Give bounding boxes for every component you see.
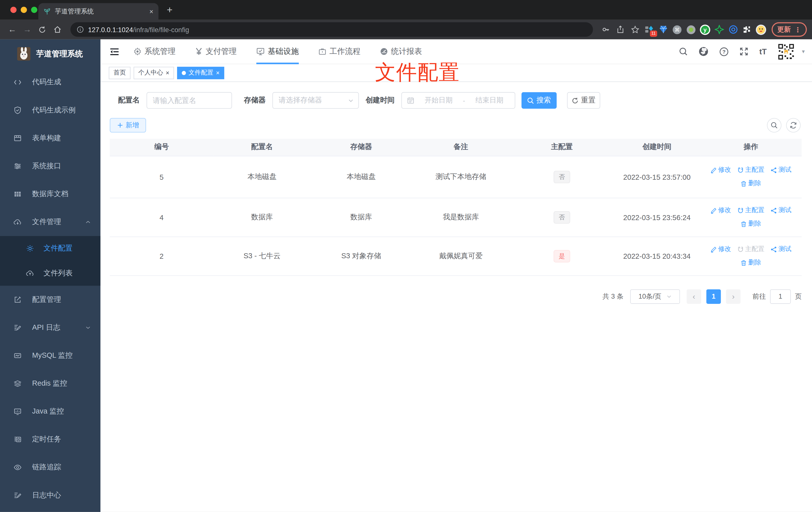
bookmark-star-button[interactable] <box>628 23 642 36</box>
master-action[interactable]: 主配置 <box>737 165 764 174</box>
font-size-glyph: tT <box>759 47 766 56</box>
new-tab-button[interactable]: + <box>167 5 173 14</box>
active-dot-icon <box>182 70 186 75</box>
avatar-dropdown-caret-icon[interactable]: ▾ <box>802 48 805 55</box>
next-page-button[interactable]: › <box>726 289 741 304</box>
sidebar-item-file-config[interactable]: 文件配置 <box>0 236 100 261</box>
profile-emoji-icon[interactable] <box>755 23 767 36</box>
start-date-placeholder: 开始日期 <box>418 96 459 105</box>
sidebar-item-tracing[interactable]: 链路追踪 <box>0 453 100 481</box>
search-button[interactable]: 搜索 <box>521 92 557 109</box>
edit-action[interactable]: 修改 <box>710 165 731 174</box>
topnav-item-system[interactable]: 系统管理 <box>134 39 176 64</box>
sidebar-item-form-builder[interactable]: 表单构建 <box>0 124 100 152</box>
column-header-master: 主配置 <box>510 139 613 156</box>
close-window-button[interactable] <box>10 7 17 13</box>
header-search-button[interactable] <box>679 47 688 56</box>
sidebar-item-mysql-monitor[interactable]: MySQL 监控 <box>0 342 100 370</box>
date-range-picker[interactable]: 开始日期 - 结束日期 <box>401 92 515 109</box>
topnav-item-workflow[interactable]: 工作流程 <box>318 39 360 64</box>
sidebar-item-scheduled-tasks[interactable]: 定时任务 <box>0 425 100 453</box>
sidebar-item-db-doc[interactable]: 数据库文档 <box>0 180 100 208</box>
reset-button[interactable]: 重置 <box>567 92 600 109</box>
sidebar-item-code-example[interactable]: 代码生成示例 <box>0 96 100 124</box>
test-action[interactable]: 测试 <box>771 206 791 215</box>
prev-page-button[interactable]: ‹ <box>687 289 701 304</box>
config-name-label: 配置名 <box>118 96 140 105</box>
sidebar-item-config-management[interactable]: 配置管理 <box>0 286 100 313</box>
app-logo-row[interactable]: 芋道管理系统 <box>0 39 100 68</box>
fullscreen-button[interactable] <box>740 47 748 56</box>
back-icon: ← <box>8 25 16 34</box>
sidebar-item-redis-monitor[interactable]: Redis 监控 <box>0 370 100 398</box>
extensions-puzzle-button[interactable] <box>741 23 753 36</box>
tab-close-icon[interactable]: × <box>149 7 153 15</box>
back-button[interactable]: ← <box>5 23 19 36</box>
extension-gem-icon[interactable] <box>657 23 670 36</box>
config-name-input[interactable] <box>147 92 232 109</box>
show-search-button[interactable] <box>767 118 781 132</box>
tag-view-profile[interactable]: 个人中心× <box>134 66 174 79</box>
extension-y-icon[interactable]: y <box>699 23 712 36</box>
browser-menu-icon[interactable]: ⋮ <box>794 26 801 33</box>
close-icon[interactable]: × <box>166 69 169 76</box>
browser-tabstrip: 芋道管理系统 × + <box>0 0 812 20</box>
test-action[interactable]: 测试 <box>771 165 791 174</box>
master-action[interactable]: 主配置 <box>737 206 764 215</box>
edit-action[interactable]: 修改 <box>710 245 731 253</box>
chrome-update-button[interactable]: 更新 ⋮ <box>772 22 807 37</box>
github-button[interactable] <box>699 47 708 56</box>
topnav-item-payment[interactable]: 支付管理 <box>195 39 237 64</box>
edit-action[interactable]: 修改 <box>710 206 731 215</box>
test-action[interactable]: 测试 <box>771 245 791 253</box>
sidebar-item-api-log[interactable]: API 日志 <box>0 313 100 341</box>
page-size-select[interactable]: 10条/页 <box>630 289 680 304</box>
page-1-button[interactable]: 1 <box>706 289 721 304</box>
help-button[interactable]: ? <box>720 47 729 56</box>
action-label: 删除 <box>748 219 761 228</box>
add-button[interactable]: 新增 <box>110 118 146 132</box>
delete-action[interactable]: 删除 <box>741 258 761 267</box>
trash-icon <box>741 221 747 227</box>
home-button[interactable] <box>50 23 64 36</box>
extension-eye-icon[interactable] <box>726 23 740 36</box>
sidebar-item-java-monitor[interactable]: Java 监控 <box>0 398 100 425</box>
sidebar-item-system-api[interactable]: 系统接口 <box>0 152 100 180</box>
action-label: 删除 <box>748 179 761 188</box>
svg-text:?: ? <box>722 49 726 54</box>
extension-tampermonkey-icon[interactable]: 11 <box>643 23 656 36</box>
minimize-window-button[interactable] <box>21 7 27 13</box>
user-avatar[interactable] <box>778 42 795 60</box>
topnav-item-infrastructure[interactable]: 基础设施 <box>256 39 299 64</box>
action-label: 测试 <box>779 165 791 174</box>
sidebar-item-file-list[interactable]: 文件列表 <box>0 261 100 286</box>
reload-button[interactable] <box>35 23 49 36</box>
forward-button[interactable]: → <box>20 23 34 36</box>
master-tag: 否 <box>554 211 570 223</box>
sidebar-item-file-management[interactable]: 文件管理 <box>0 208 100 236</box>
extension-shortcuts-icon[interactable]: ⌘ <box>671 23 684 36</box>
tag-view-file-config[interactable]: 文件配置× <box>177 66 224 79</box>
star-icon <box>631 25 639 34</box>
sidebar-item-log-center[interactable]: 日志中心 <box>0 481 100 509</box>
font-size-button[interactable]: tT <box>759 47 766 56</box>
close-icon[interactable]: × <box>216 69 220 76</box>
extension-recorder-icon[interactable] <box>685 23 698 36</box>
tag-view-home[interactable]: 首页 <box>109 66 130 79</box>
storage-select[interactable]: 请选择存储器 <box>272 92 359 109</box>
row-actions: 修改 主配置 测试 删除 <box>700 165 802 188</box>
url-bar[interactable]: 127.0.0.1:1024/infra/file/file-config <box>70 22 593 37</box>
delete-action[interactable]: 删除 <box>741 219 761 228</box>
gem-icon <box>659 25 667 34</box>
goto-page-input[interactable] <box>770 289 791 304</box>
browser-tab[interactable]: 芋道管理系统 × <box>38 3 158 20</box>
refresh-table-button[interactable] <box>786 118 801 132</box>
share-button[interactable] <box>614 23 627 36</box>
password-key-button[interactable] <box>599 23 613 36</box>
sidebar-item-code-generation[interactable]: 代码生成 <box>0 68 100 96</box>
sidebar-collapse-button[interactable] <box>107 43 122 59</box>
delete-action[interactable]: 删除 <box>741 179 761 188</box>
extension-star-icon[interactable] <box>713 23 725 36</box>
command-circle-icon: ⌘ <box>672 25 682 34</box>
zoom-window-button[interactable] <box>31 7 37 13</box>
